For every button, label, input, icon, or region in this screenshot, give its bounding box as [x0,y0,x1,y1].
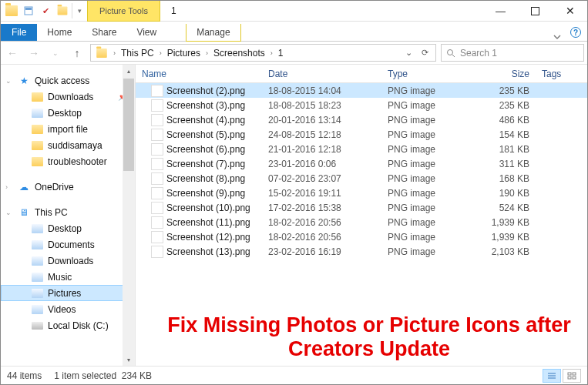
scrollbar-thumb[interactable] [123,79,134,171]
sidebar-item-onedrive[interactable]: ›☁OneDrive [1,179,135,195]
column-header-date[interactable]: Date [262,69,381,79]
breadcrumb-item[interactable]: Pictures [164,48,203,59]
minimize-button[interactable]: — [483,1,518,21]
chevron-right-icon[interactable]: › [268,49,275,57]
file-type: PNG image [381,129,474,140]
tab-manage[interactable]: Manage [186,24,240,42]
view-details-button[interactable] [543,369,561,383]
address-dropdown-icon[interactable]: ⌄ [402,48,416,58]
sidebar-item-quick-access[interactable]: ⌄★Quick access [1,72,135,89]
breadcrumb-item[interactable]: Screenshots [210,48,268,59]
sidebar-item-label: OneDrive [35,182,74,192]
help-icon[interactable]: ? [570,27,581,38]
new-folder-icon[interactable] [55,3,70,18]
navigation-pane: ⌄★Quick access Downloads📌 Desktop import… [1,65,136,366]
tab-file[interactable]: File [1,24,37,41]
file-row[interactable]: Screenshot (13).png23-02-2016 16:19PNG i… [136,244,587,259]
file-name: Screenshot (5).png [166,129,245,140]
tab-view[interactable]: View [126,24,166,41]
tab-share[interactable]: Share [82,24,126,41]
properties-icon[interactable] [21,3,36,18]
scroll-up-icon[interactable]: ▴ [123,65,135,77]
sidebar-item-label: suddisamaya [48,140,102,151]
file-date: 20-01-2016 13:14 [262,115,381,126]
column-header-name[interactable]: Name [136,69,262,79]
file-row[interactable]: Screenshot (3).png18-08-2015 18:23PNG im… [136,98,587,112]
file-name: Screenshot (9).png [166,188,245,199]
file-type: PNG image [381,115,474,126]
file-size: 311 KB [474,159,536,169]
svg-point-3 [448,49,453,55]
file-row[interactable]: Screenshot (6).png21-01-2016 12:18PNG im… [136,142,587,156]
nav-recent-dropdown[interactable]: ⌄ [47,45,64,62]
address-bar-row: ← → ⌄ ↑ › This PC › Pictures › Screensho… [1,42,587,65]
file-row[interactable]: Screenshot (11).png18-02-2016 20:56PNG i… [136,215,587,229]
nav-back-button[interactable]: ← [4,45,21,62]
file-date: 18-02-2016 20:56 [262,232,381,243]
column-header-type[interactable]: Type [381,69,474,79]
column-header-tags[interactable]: Tags [536,69,587,79]
file-row[interactable]: Screenshot (4).png20-01-2016 13:14PNG im… [136,112,587,127]
sidebar-scrollbar[interactable]: ▴ ▾ [123,65,135,366]
qat-dropdown-icon[interactable]: ▾ [72,3,87,18]
file-date: 24-08-2015 12:18 [262,129,381,140]
sidebar-item-downloads[interactable]: Downloads📌 [1,89,135,105]
file-icon [151,246,163,258]
scroll-down-icon[interactable]: ▾ [123,353,135,366]
breadcrumb-item[interactable]: This PC [118,48,157,59]
file-type: PNG image [381,159,474,169]
sidebar-item-pc-downloads[interactable]: Downloads [1,253,135,269]
view-thumbnails-button[interactable] [563,369,581,383]
nav-up-button[interactable]: ↑ [69,45,86,62]
chevron-right-icon[interactable]: › [203,49,210,57]
file-type: PNG image [381,144,474,155]
file-row[interactable]: Screenshot (7).png23-01-2016 0:06PNG ima… [136,156,587,171]
breadcrumb-item[interactable]: 1 [275,48,287,59]
column-headers: Name Date Type Size Tags [136,65,587,83]
ribbon-expand-icon[interactable] [547,33,567,41]
file-row[interactable]: Screenshot (2).png18-08-2015 14:04PNG im… [136,83,587,98]
file-row[interactable]: Screenshot (12).png18-02-2016 20:56PNG i… [136,229,587,244]
svg-rect-11 [573,377,576,379]
sidebar-item-troubleshooter[interactable]: troubleshooter [1,153,135,169]
sidebar-item-pc-documents[interactable]: Documents [1,236,135,253]
sidebar-item-pc-localdisk[interactable]: Local Disk (C:) [1,317,135,333]
breadcrumb-root-icon[interactable] [92,48,111,59]
refresh-icon[interactable]: ⟳ [418,48,432,58]
file-row[interactable]: Screenshot (5).png24-08-2015 12:18PNG im… [136,127,587,142]
sidebar-item-label: Desktop [48,108,82,119]
file-icon [151,158,163,170]
sidebar-item-pc-videos[interactable]: Videos [1,301,135,317]
search-placeholder: Search 1 [460,48,497,59]
sidebar-item-label: import file [48,124,88,135]
sidebar-item-desktop[interactable]: Desktop [1,105,135,121]
sidebar-item-pc-desktop[interactable]: Desktop [1,220,135,236]
file-name: Screenshot (6).png [166,144,245,155]
checkmark-red-icon[interactable]: ✔ [38,3,53,18]
file-list: Name Date Type Size Tags Screenshot (2).… [136,65,587,366]
contextual-tab-header: Picture Tools [87,0,160,22]
file-row[interactable]: Screenshot (10).png17-02-2016 15:38PNG i… [136,200,587,215]
file-row[interactable]: Screenshot (8).png07-02-2016 23:07PNG im… [136,171,587,186]
file-row[interactable]: Screenshot (9).png15-02-2016 19:11PNG im… [136,186,587,200]
chevron-right-icon[interactable]: › [111,49,118,57]
close-button[interactable]: ✕ [553,1,587,21]
search-input[interactable]: Search 1 [441,44,584,62]
sidebar-item-pc-music[interactable]: Music [1,269,135,285]
file-size: 524 KB [474,203,536,213]
svg-line-4 [452,55,455,57]
file-size: 168 KB [474,173,536,184]
sidebar-item-pc-pictures[interactable]: Pictures [1,285,135,301]
app-icon[interactable] [4,3,19,18]
sidebar-item-suddisamaya[interactable]: suddisamaya [1,137,135,153]
column-header-size[interactable]: Size [474,69,536,79]
sidebar-item-label: This PC [35,207,68,218]
breadcrumb[interactable]: › This PC › Pictures › Screenshots › 1 ⌄… [90,44,436,62]
chevron-right-icon[interactable]: › [157,49,164,57]
sidebar-item-this-pc[interactable]: ⌄🖥This PC [1,204,135,220]
file-name: Screenshot (7).png [166,159,245,169]
sidebar-item-import-file[interactable]: import file [1,121,135,137]
tab-home[interactable]: Home [37,24,82,41]
sidebar-item-label: Desktop [48,223,82,234]
maximize-button[interactable] [518,1,553,21]
